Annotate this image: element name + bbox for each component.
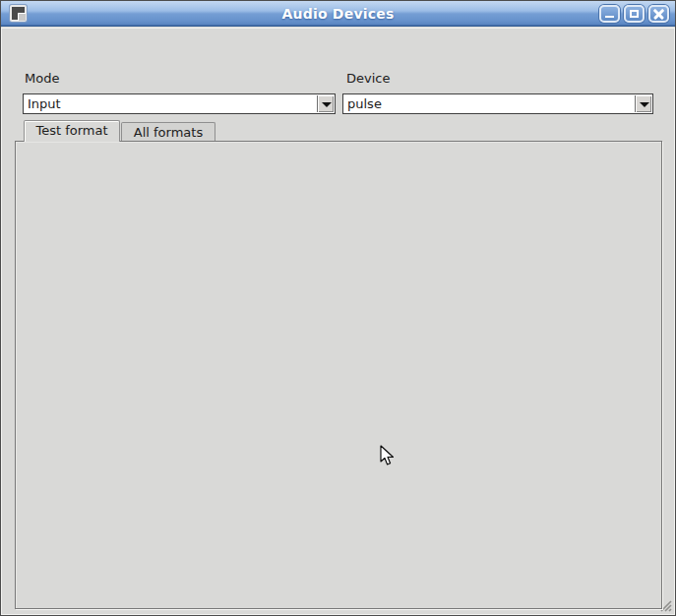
maximize-icon xyxy=(630,10,639,18)
minimize-icon xyxy=(605,16,614,18)
device-value: pulse xyxy=(347,96,633,111)
mode-label: Mode xyxy=(25,71,59,86)
test-format-panel xyxy=(15,141,662,609)
window-controls xyxy=(599,5,669,23)
chevron-down-icon[interactable] xyxy=(635,95,651,112)
maximize-button[interactable] xyxy=(624,5,645,23)
close-button[interactable] xyxy=(648,5,669,23)
device-label: Device xyxy=(346,71,390,86)
mode-value: Input xyxy=(28,96,315,111)
tab-label: Test format xyxy=(35,123,107,138)
tab-test-format[interactable]: Test format xyxy=(24,120,120,142)
minimize-button[interactable] xyxy=(599,5,620,23)
app-window-icon[interactable] xyxy=(10,5,27,22)
audio-devices-window: Audio Devices Mode Device Input pulse Te… xyxy=(0,0,676,616)
device-combobox[interactable]: pulse xyxy=(342,93,653,114)
titlebar[interactable]: Audio Devices xyxy=(1,1,675,27)
tab-all-formats[interactable]: All formats xyxy=(121,122,215,142)
chevron-down-icon[interactable] xyxy=(317,95,334,112)
tab-label: All formats xyxy=(134,125,203,140)
window-body: Mode Device Input pulse Test format All … xyxy=(1,28,675,615)
mode-combobox[interactable]: Input xyxy=(23,93,336,114)
window-title: Audio Devices xyxy=(1,6,675,22)
